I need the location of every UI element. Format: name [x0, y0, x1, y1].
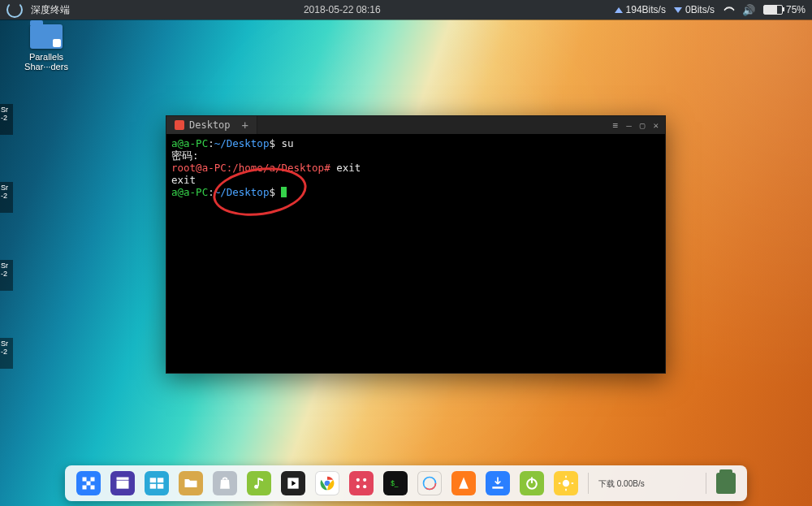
svg-rect-4: [87, 482, 91, 486]
terminal-window[interactable]: Desktop + ≡ — ▢ ✕ a@a-PC:~/Desktop$ su密码…: [166, 115, 666, 374]
terminal-tab-title: Desktop: [189, 119, 231, 131]
dock-launcher-icon[interactable]: [76, 471, 101, 495]
terminal-line: root@a-PC:/home/a/Desktop# exit: [171, 162, 660, 174]
close-button[interactable]: ✕: [653, 120, 659, 131]
svg-rect-7: [150, 478, 157, 482]
terminal-text: root@a-PC:/home/a/Desktop#: [171, 162, 330, 174]
svg-rect-0: [83, 478, 87, 482]
terminal-text: exit: [330, 162, 361, 174]
desktop-icon-parallels[interactable]: Parallels Shar···ders: [21, 24, 71, 71]
svg-point-20: [363, 485, 366, 488]
dock-app-store-icon[interactable]: [213, 471, 237, 495]
svg-point-19: [356, 485, 360, 488]
new-tab-button[interactable]: +: [242, 119, 248, 132]
terminal-line: a@a-PC:~/Desktop$ su: [171, 137, 660, 149]
terminal-tab[interactable]: Desktop +: [166, 116, 257, 134]
dock-separator: [706, 473, 706, 494]
dock-music-icon[interactable]: [247, 471, 271, 495]
terminal-text: ~/Desktop: [214, 186, 270, 198]
dock-chrome-icon[interactable]: [315, 471, 339, 495]
battery-indicator[interactable]: 75%: [763, 4, 806, 15]
svg-rect-12: [257, 478, 259, 486]
svg-rect-9: [150, 484, 157, 489]
download-icon: [674, 7, 682, 13]
terminal-text: 密码:: [171, 149, 199, 162]
side-thumbnail: Sr -2: [0, 182, 13, 213]
net-down-indicator[interactable]: 0Bits/s: [674, 4, 715, 15]
terminal-line: 密码:: [171, 149, 660, 162]
active-app-name[interactable]: 深度终端: [31, 3, 70, 17]
upload-icon: [615, 7, 623, 13]
terminal-text: $: [269, 186, 281, 198]
terminal-tab-icon: [175, 120, 184, 130]
terminal-text: ~/Desktop: [214, 137, 270, 149]
maximize-button[interactable]: ▢: [640, 120, 646, 131]
svg-rect-10: [158, 484, 164, 489]
terminal-text: $ su: [269, 137, 293, 149]
svg-rect-2: [83, 486, 87, 490]
dock-terminal-icon[interactable]: $_: [383, 471, 408, 495]
svg-rect-26: [492, 487, 503, 489]
net-up-indicator[interactable]: 194Bits/s: [615, 4, 666, 15]
terminal-text: :: [208, 186, 214, 198]
side-thumbnail: Sr -2: [0, 260, 13, 291]
svg-point-29: [563, 480, 569, 487]
terminal-text: :: [208, 137, 214, 149]
dock-weather-icon[interactable]: [554, 471, 578, 495]
top-bar: 深度终端 2018-05-22 08:16 194Bits/s 0Bits/s …: [0, 0, 812, 19]
volume-icon[interactable]: 🔊: [742, 4, 755, 16]
dock-video-icon[interactable]: [281, 471, 305, 495]
wifi-icon[interactable]: [723, 6, 734, 14]
svg-rect-8: [158, 478, 164, 482]
svg-point-18: [363, 478, 366, 482]
dock-multitask-icon[interactable]: [145, 471, 169, 495]
dock-clock-icon[interactable]: [417, 471, 442, 495]
svg-rect-3: [91, 486, 95, 490]
svg-point-17: [356, 478, 360, 482]
terminal-line: a@a-PC:~/Desktop$: [171, 186, 660, 198]
battery-icon: [763, 5, 783, 15]
terminal-text: a@a-PC: [171, 186, 208, 198]
folder-icon: [30, 24, 63, 49]
svg-rect-5: [117, 481, 129, 489]
dock: $_ 下载 0.00B/s: [65, 465, 747, 501]
dock-control-center-icon[interactable]: [349, 471, 374, 495]
svg-text:$_: $_: [391, 479, 399, 487]
deepin-logo-icon[interactable]: [6, 2, 23, 18]
svg-rect-1: [91, 478, 95, 482]
svg-marker-25: [459, 478, 469, 489]
desktop[interactable]: 深度终端 2018-05-22 08:16 194Bits/s 0Bits/s …: [0, 0, 812, 506]
terminal-cursor: [281, 187, 287, 197]
dock-deepin-movie-icon[interactable]: [110, 471, 135, 495]
dock-power-icon[interactable]: [520, 471, 544, 495]
trash-icon[interactable]: [716, 473, 736, 494]
terminal-text: exit: [171, 174, 196, 186]
terminal-text: a@a-PC: [171, 137, 208, 149]
minimize-button[interactable]: —: [626, 120, 632, 131]
menu-button[interactable]: ≡: [613, 120, 619, 131]
terminal-body[interactable]: a@a-PC:~/Desktop$ su密码:root@a-PC:/home/a…: [166, 134, 665, 201]
desktop-icon-label: Parallels Shar···ders: [21, 52, 71, 71]
clock-datetime[interactable]: 2018-05-22 08:16: [304, 4, 381, 15]
dock-vlc-icon[interactable]: [451, 471, 476, 495]
dock-net-label: 下载 0.00B/s: [598, 479, 645, 488]
terminal-titlebar[interactable]: Desktop + ≡ — ▢ ✕: [166, 116, 665, 134]
dock-file-manager-icon[interactable]: [179, 471, 203, 495]
side-thumbnail: Sr -2: [0, 338, 13, 369]
side-thumbnail: Sr -2: [0, 104, 13, 135]
window-controls: ≡ — ▢ ✕: [613, 120, 666, 131]
terminal-line: exit: [171, 174, 660, 186]
dock-downloads-icon[interactable]: [486, 471, 510, 495]
svg-marker-6: [117, 478, 129, 480]
dock-separator: [588, 473, 589, 494]
